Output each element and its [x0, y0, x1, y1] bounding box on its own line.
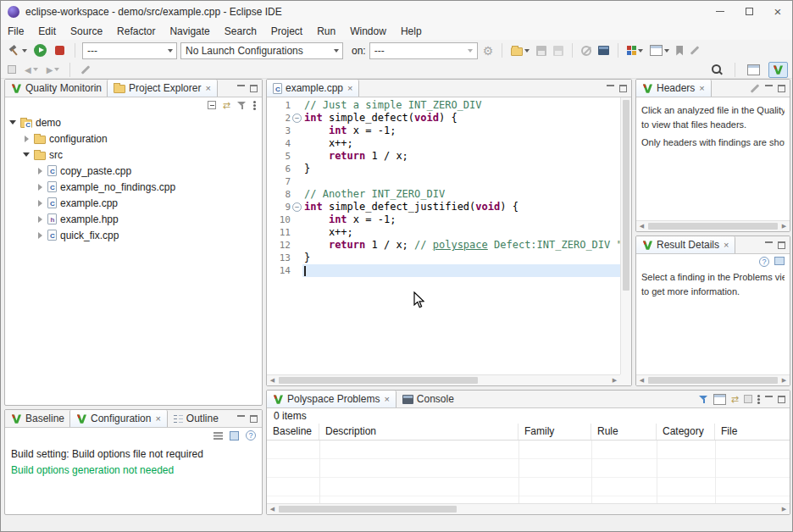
- scrollbar-thumb[interactable]: [648, 377, 778, 384]
- tab-configuration[interactable]: Configuration ×: [69, 410, 168, 427]
- fold-marker-icon[interactable]: [291, 112, 302, 125]
- save-all-button[interactable]: [552, 44, 565, 58]
- menu-edit[interactable]: Edit: [38, 25, 56, 37]
- menu-project[interactable]: Project: [271, 25, 302, 37]
- results-combo[interactable]: ---: [82, 42, 177, 59]
- open-type-button[interactable]: [648, 43, 671, 58]
- sort-icon[interactable]: [214, 431, 223, 440]
- tab-console[interactable]: Console: [396, 391, 460, 407]
- close-icon[interactable]: ×: [205, 83, 210, 93]
- collapse-arrow-icon[interactable]: [22, 152, 30, 157]
- scroll-right-icon[interactable]: ▶: [779, 223, 790, 230]
- polyspace-perspective-button[interactable]: [768, 62, 788, 78]
- filter-icon[interactable]: [699, 395, 708, 404]
- expand-arrow-icon[interactable]: [36, 200, 44, 207]
- menu-refactor[interactable]: Refactor: [117, 25, 155, 37]
- tab-project-explorer[interactable]: Project Explorer ×: [107, 80, 218, 97]
- scrollbar-thumb[interactable]: [279, 377, 478, 384]
- vertical-scrollbar[interactable]: [620, 97, 631, 374]
- close-window-button[interactable]: ×: [763, 1, 792, 22]
- column-header-description[interactable]: Description: [319, 424, 518, 440]
- column-header-file[interactable]: File: [715, 424, 790, 440]
- scroll-left-icon[interactable]: ◀: [267, 506, 278, 513]
- horizontal-scrollbar[interactable]: ◀ ▶: [267, 503, 790, 514]
- pin-editor-button[interactable]: [6, 64, 18, 75]
- tab-outline[interactable]: Outline: [168, 410, 225, 427]
- maximize-view-icon[interactable]: [250, 415, 258, 423]
- search-button[interactable]: [709, 62, 724, 77]
- grid-icon[interactable]: [713, 394, 726, 405]
- menu-file[interactable]: File: [8, 25, 24, 37]
- maximize-window-button[interactable]: [735, 1, 763, 22]
- minimize-view-icon[interactable]: [765, 396, 773, 403]
- maximize-view-icon[interactable]: [619, 85, 627, 92]
- menu-navigate[interactable]: Navigate: [169, 25, 209, 37]
- fold-marker-icon[interactable]: [291, 201, 302, 213]
- expand-arrow-icon[interactable]: [36, 168, 44, 175]
- scroll-left-icon[interactable]: ◀: [267, 377, 278, 384]
- bookmark-button[interactable]: [674, 44, 685, 58]
- stop-button[interactable]: [52, 42, 68, 58]
- tab-example-cpp[interactable]: example.cpp ×: [267, 80, 359, 97]
- last-edit-location-button[interactable]: [79, 67, 92, 73]
- minimize-view-icon[interactable]: [237, 415, 245, 423]
- minimize-view-icon[interactable]: [765, 85, 773, 92]
- show-view-icon[interactable]: [774, 257, 785, 265]
- view-menu-icon[interactable]: [253, 101, 256, 103]
- maximize-view-icon[interactable]: [778, 396, 785, 403]
- scroll-right-icon[interactable]: ▶: [609, 377, 620, 384]
- save-button[interactable]: [535, 44, 548, 58]
- code-area[interactable]: 1// Just a simple INT_ZERO_DIV2int simpl…: [267, 97, 620, 374]
- minimize-view-icon[interactable]: [237, 85, 245, 92]
- launch-target-combo[interactable]: ---: [369, 42, 478, 59]
- expand-arrow-icon[interactable]: [36, 184, 44, 191]
- project-tree[interactable]: democonfigurationsrccopy_paste.cppexampl…: [5, 113, 262, 243]
- collapse-arrow-icon[interactable]: [8, 120, 17, 125]
- close-icon[interactable]: ×: [724, 240, 729, 250]
- annotate-button[interactable]: [688, 47, 702, 53]
- tab-polyspace-problems[interactable]: Polyspace Problems ×: [267, 391, 396, 407]
- tree-item-example-cpp[interactable]: example.cpp: [5, 195, 262, 211]
- maximize-view-icon[interactable]: [778, 241, 785, 249]
- link-editor-icon[interactable]: ⇄: [223, 101, 230, 109]
- minimize-view-icon[interactable]: [765, 241, 773, 249]
- menu-source[interactable]: Source: [70, 25, 103, 37]
- filter-icon[interactable]: [237, 101, 247, 110]
- export-icon[interactable]: [230, 431, 239, 441]
- open-perspective-button[interactable]: [746, 63, 762, 77]
- tab-headers[interactable]: Headers ×: [636, 80, 712, 97]
- menu-search[interactable]: Search: [225, 25, 257, 37]
- scroll-left-icon[interactable]: ◀: [636, 377, 647, 384]
- menu-run[interactable]: Run: [317, 25, 336, 37]
- tree-item-configuration[interactable]: configuration: [5, 130, 262, 147]
- menu-window[interactable]: Window: [350, 25, 386, 37]
- tab-baseline[interactable]: Baseline: [5, 410, 70, 427]
- help-icon[interactable]: ?: [759, 257, 769, 267]
- expand-arrow-icon[interactable]: [22, 136, 30, 142]
- skip-all-breakpoints-button[interactable]: [580, 44, 593, 58]
- horizontal-scrollbar[interactable]: ◀ ▶: [267, 374, 620, 385]
- menu-help[interactable]: Help: [401, 25, 422, 37]
- tree-item-example-no-findings-cpp[interactable]: example_no_findings.cpp: [5, 179, 262, 195]
- open-console-button[interactable]: [596, 44, 611, 57]
- column-header-baseline[interactable]: Baseline: [267, 424, 319, 440]
- close-icon[interactable]: ×: [384, 394, 389, 404]
- tree-item-example-hpp[interactable]: example.hpp: [5, 211, 262, 227]
- column-header-family[interactable]: Family: [518, 424, 591, 440]
- link-icon[interactable]: ⇄: [731, 395, 739, 403]
- tree-item-src[interactable]: src: [5, 147, 262, 163]
- pin-icon[interactable]: [744, 395, 752, 403]
- problems-grid-lines[interactable]: [267, 441, 790, 503]
- close-icon[interactable]: ×: [347, 83, 352, 93]
- tab-quality-monitoring[interactable]: Quality Monitorin: [5, 80, 108, 97]
- new-wizard-button[interactable]: [509, 43, 531, 58]
- edit-icon[interactable]: [751, 84, 760, 93]
- scrollbar-thumb[interactable]: [279, 506, 457, 513]
- help-icon[interactable]: ?: [246, 430, 256, 441]
- expand-arrow-icon[interactable]: [36, 232, 44, 239]
- launch-configurations-combo[interactable]: No Launch Configurations: [180, 42, 343, 59]
- scroll-left-icon[interactable]: ◀: [636, 223, 647, 230]
- target-settings-button[interactable]: ⚙: [481, 43, 496, 58]
- minimize-view-icon[interactable]: [607, 85, 614, 92]
- scroll-right-icon[interactable]: ▶: [779, 506, 790, 513]
